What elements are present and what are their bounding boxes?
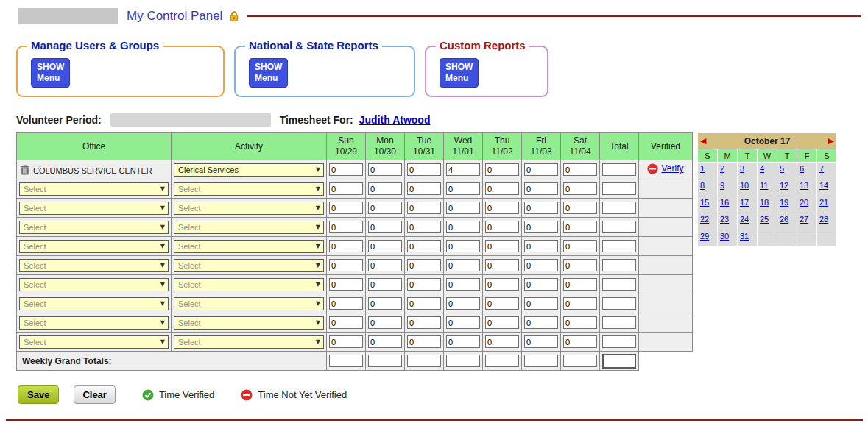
hours-input[interactable] (563, 278, 597, 291)
hours-input[interactable] (329, 278, 363, 291)
hours-input[interactable] (329, 297, 363, 310)
calendar-day-link[interactable]: 16 (720, 198, 729, 207)
row-total-input[interactable] (602, 259, 636, 271)
hours-input[interactable] (485, 259, 519, 271)
volunteer-name-link[interactable]: Judith Atwood (359, 114, 431, 126)
hours-input[interactable] (446, 163, 480, 176)
hours-input[interactable] (407, 316, 441, 329)
calendar-prev-icon[interactable]: ◀ (700, 137, 706, 145)
calendar-day-link[interactable]: 12 (780, 181, 788, 190)
hours-input[interactable] (485, 278, 519, 291)
hours-input[interactable] (368, 259, 402, 271)
hours-input[interactable] (329, 335, 363, 348)
calendar-day-link[interactable]: 4 (760, 164, 764, 173)
trash-icon[interactable] (21, 165, 29, 175)
row-total-input[interactable] (602, 335, 636, 348)
hours-input[interactable] (368, 240, 402, 252)
hours-input[interactable] (563, 316, 597, 329)
hours-input[interactable] (524, 182, 558, 195)
grand-total-day-input[interactable] (563, 355, 597, 367)
hours-input[interactable] (485, 316, 519, 329)
hours-input[interactable] (446, 240, 480, 252)
hours-input[interactable] (563, 240, 597, 252)
hours-input[interactable] (407, 182, 441, 195)
hours-input[interactable] (329, 240, 363, 252)
calendar-day-link[interactable]: 28 (819, 215, 828, 224)
office-select[interactable]: Select▼ (19, 278, 169, 291)
office-select[interactable]: Select▼ (19, 259, 169, 272)
calendar-day-link[interactable]: 13 (800, 181, 808, 190)
hours-input[interactable] (407, 278, 441, 291)
calendar-next-icon[interactable]: ▶ (828, 137, 834, 145)
hours-input[interactable] (368, 278, 402, 291)
office-select[interactable]: Select▼ (19, 316, 169, 330)
grand-total-day-input[interactable] (368, 355, 402, 367)
hours-input[interactable] (446, 259, 480, 271)
office-select[interactable]: Select▼ (19, 221, 169, 234)
calendar-day-link[interactable]: 2 (720, 164, 724, 173)
calendar-day-link[interactable]: 24 (740, 215, 749, 224)
hours-input[interactable] (368, 163, 402, 176)
calendar-day-link[interactable]: 23 (720, 215, 729, 224)
activity-select[interactable]: Select▼ (174, 259, 324, 272)
show-menu-button-national-state[interactable]: SHOW Menu (249, 58, 288, 88)
calendar-day-link[interactable]: 21 (819, 198, 828, 207)
calendar-day-link[interactable]: 7 (819, 164, 824, 173)
calendar-day-link[interactable]: 18 (760, 198, 769, 207)
row-total-input[interactable] (602, 221, 636, 233)
hours-input[interactable] (407, 221, 441, 233)
hours-input[interactable] (446, 278, 480, 291)
show-menu-button-custom-reports[interactable]: SHOW Menu (440, 58, 479, 88)
hours-input[interactable] (329, 221, 363, 233)
hours-input[interactable] (524, 240, 558, 252)
calendar-day-link[interactable]: 6 (800, 164, 804, 173)
hours-input[interactable] (485, 163, 519, 176)
hours-input[interactable] (368, 221, 402, 233)
hours-input[interactable] (329, 182, 363, 195)
hours-input[interactable] (524, 163, 558, 176)
grand-total-day-input[interactable] (524, 355, 558, 367)
hours-input[interactable] (329, 316, 363, 329)
hours-input[interactable] (485, 202, 519, 214)
office-select[interactable]: Select▼ (19, 202, 169, 215)
clear-button[interactable]: Clear (74, 385, 116, 404)
grand-total-day-input[interactable] (485, 355, 519, 367)
hours-input[interactable] (407, 240, 441, 252)
calendar-day-link[interactable]: 26 (780, 215, 788, 224)
hours-input[interactable] (563, 335, 597, 348)
hours-input[interactable] (524, 221, 558, 233)
activity-select[interactable]: Select▼ (174, 240, 324, 253)
row-total-input[interactable] (602, 278, 636, 291)
hours-input[interactable] (485, 221, 519, 233)
calendar-day-link[interactable]: 17 (740, 198, 749, 207)
calendar-day-link[interactable]: 22 (700, 215, 709, 224)
hours-input[interactable] (368, 202, 402, 214)
calendar-day-link[interactable]: 11 (760, 181, 768, 190)
hours-input[interactable] (329, 259, 363, 271)
hours-input[interactable] (368, 297, 402, 310)
row-total-input[interactable] (602, 182, 636, 195)
hours-input[interactable] (329, 163, 363, 176)
activity-select[interactable]: Select▼ (174, 221, 324, 234)
hours-input[interactable] (485, 335, 519, 348)
hours-input[interactable] (407, 202, 441, 214)
calendar-day-link[interactable]: 5 (780, 164, 784, 173)
calendar-day-link[interactable]: 9 (720, 181, 724, 190)
hours-input[interactable] (563, 297, 597, 310)
hours-input[interactable] (485, 297, 519, 310)
hours-input[interactable] (485, 182, 519, 195)
grand-total-input[interactable] (602, 354, 636, 369)
hours-input[interactable] (563, 202, 597, 214)
calendar-day-link[interactable]: 30 (720, 232, 729, 241)
calendar-day-link[interactable]: 27 (800, 215, 808, 224)
hours-input[interactable] (368, 316, 402, 329)
activity-select[interactable]: Select▼ (174, 202, 324, 215)
office-select[interactable]: Select▼ (19, 240, 169, 253)
activity-select[interactable]: Select▼ (174, 316, 324, 330)
hours-input[interactable] (524, 278, 558, 291)
calendar-day-link[interactable]: 31 (740, 232, 749, 241)
row-total-input[interactable] (602, 316, 636, 329)
calendar-day-link[interactable]: 14 (819, 181, 828, 190)
grand-total-day-input[interactable] (329, 355, 363, 367)
hours-input[interactable] (368, 335, 402, 348)
